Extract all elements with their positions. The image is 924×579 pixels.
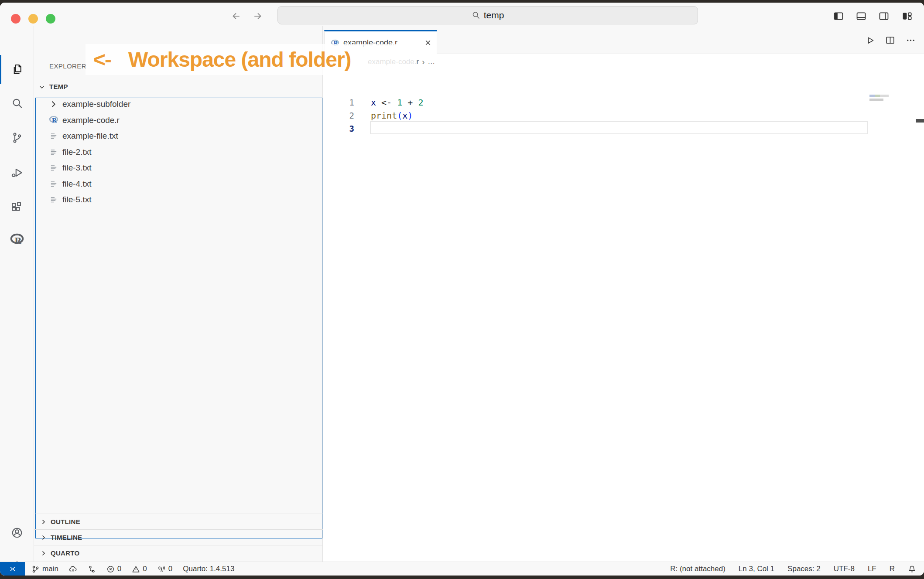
status-warnings[interactable]: 0 — [132, 565, 147, 573]
status-ports[interactable]: 0 — [157, 565, 172, 573]
run-file-icon[interactable] — [864, 35, 875, 46]
tree-item-example-file.txt[interactable]: example-file.txt — [36, 128, 322, 144]
status-publish-changes[interactable] — [69, 565, 77, 573]
activity-bar: R — [0, 26, 34, 562]
files-icon — [10, 63, 24, 76]
status-source-control-graph[interactable] — [88, 565, 96, 573]
code-token: x — [371, 97, 376, 108]
code-token: x — [402, 110, 407, 121]
overview-ruler-cursor-mark — [916, 119, 924, 123]
close-window-button[interactable] — [11, 14, 21, 24]
activity-item-explorer[interactable] — [0, 55, 34, 84]
tree-item-example-subfolder[interactable]: example-subfolder — [36, 96, 322, 112]
tree-item-file-2.txt[interactable]: file-2.txt — [36, 144, 322, 160]
status-branch[interactable]: main — [31, 565, 58, 573]
section-label: QUARTO — [51, 549, 80, 557]
status-cursor-position[interactable]: Ln 3, Col 1 — [739, 565, 774, 573]
status-label: 0 — [117, 565, 121, 573]
minimize-window-button[interactable] — [28, 14, 38, 24]
status-r-session-status[interactable]: R: (not attached) — [670, 565, 726, 573]
svg-text:R: R — [52, 116, 57, 123]
status-indentation[interactable]: Spaces: 2 — [787, 565, 821, 573]
chevron-right-icon — [40, 518, 47, 525]
activity-item-run-and-debug[interactable] — [0, 158, 34, 187]
split-editor-icon[interactable] — [885, 35, 896, 46]
code-line-2[interactable]: print(x) — [371, 109, 413, 122]
r-logo-icon: R — [10, 233, 24, 245]
breadcrumb-symbols[interactable]: … — [428, 58, 435, 66]
status-label: Quarto: 1.4.513 — [183, 565, 234, 573]
activity-item-r-tools[interactable]: R — [0, 225, 34, 254]
remote-indicator[interactable] — [0, 562, 25, 576]
search-icon — [472, 11, 480, 20]
section-outline[interactable]: OUTLINE — [34, 514, 322, 529]
section-label: TIMELINE — [51, 534, 82, 541]
status-label: R — [890, 565, 895, 573]
chevron-right-icon — [49, 99, 58, 109]
code-line-1[interactable]: x <- 1 + 2 — [371, 96, 423, 109]
remote-icon — [8, 565, 17, 572]
status-encoding[interactable]: UTF-8 — [834, 565, 855, 573]
status-language-mode[interactable]: R — [890, 565, 895, 573]
status-end-of-line[interactable]: LF — [868, 565, 876, 573]
status-label: 0 — [143, 565, 147, 573]
activity-item-source-control[interactable] — [0, 123, 34, 152]
minimap-line-2 — [869, 99, 883, 101]
current-line-highlight — [370, 121, 868, 134]
status-label: Spaces: 2 — [787, 565, 821, 573]
annotation-arrow: <- — [93, 48, 111, 72]
sidebar-title: EXPLORER — [49, 62, 86, 70]
status-notifications[interactable] — [908, 565, 916, 573]
workspace-section-header[interactable]: TEMP — [34, 79, 322, 95]
toggle-secondary-sidebar-icon[interactable] — [878, 10, 890, 22]
extensions-icon — [10, 201, 24, 214]
navigate-forward-button[interactable] — [252, 10, 264, 22]
status-label: LF — [868, 565, 876, 573]
tree-item-file-5.txt[interactable]: file-5.txt — [36, 192, 322, 208]
section-label: OUTLINE — [51, 518, 80, 525]
tree-item-example-code.r[interactable]: Rexample-code.r — [36, 112, 322, 128]
txt-file-icon — [49, 147, 58, 157]
txt-file-icon — [49, 163, 58, 173]
search-value: temp — [484, 10, 504, 20]
chevron-right-icon — [40, 550, 47, 557]
toggle-primary-sidebar-icon[interactable] — [833, 10, 844, 22]
more-actions-icon[interactable] — [905, 35, 916, 46]
code-token: + — [402, 97, 418, 108]
status-label: UTF-8 — [834, 565, 855, 573]
status-quarto-version[interactable]: Quarto: 1.4.513 — [183, 565, 234, 573]
activity-item-extensions[interactable] — [0, 193, 34, 222]
tree-item-label: example-subfolder — [62, 99, 130, 109]
code-token: ( — [397, 110, 402, 121]
txt-file-icon — [49, 179, 58, 189]
line-number-2: 2 — [323, 109, 354, 122]
toggle-panel-icon[interactable] — [856, 10, 867, 22]
section-quarto[interactable]: QUARTO — [34, 545, 322, 561]
tree-item-file-3.txt[interactable]: file-3.txt — [36, 160, 322, 176]
code-editor[interactable]: 1x <- 1 + 22print(x)3 — [323, 70, 924, 562]
line-number-1: 1 — [323, 96, 354, 109]
minimap-line-1 — [869, 95, 889, 97]
file-tree: example-subfolderRexample-code.rexample-… — [35, 98, 322, 538]
close-tab-icon[interactable] — [424, 38, 432, 47]
activity-item-search[interactable] — [0, 89, 34, 118]
tree-item-label: example-file.txt — [62, 131, 118, 141]
code-token: print — [371, 110, 397, 121]
navigate-back-button[interactable] — [230, 10, 242, 22]
status-label: R: (not attached) — [670, 565, 726, 573]
status-label: 0 — [168, 565, 172, 573]
tree-item-label: file-5.txt — [62, 195, 92, 204]
customize-layout-icon[interactable] — [901, 10, 913, 22]
zoom-window-button[interactable] — [46, 14, 55, 24]
section-timeline[interactable]: TIMELINE — [34, 529, 322, 545]
tree-item-file-4.txt[interactable]: file-4.txt — [36, 176, 322, 192]
breadcrumb-separator-icon: › — [422, 58, 424, 67]
command-center-search[interactable]: temp — [277, 6, 698, 24]
app-window: temp R EXPLORER ··· T — [0, 3, 924, 576]
tree-item-label: file-4.txt — [62, 179, 92, 189]
title-bar: temp — [0, 3, 924, 26]
tree-item-label: file-3.txt — [62, 163, 92, 173]
account-icon — [10, 526, 24, 539]
status-errors[interactable]: 0 — [106, 565, 121, 573]
activity-item-accounts[interactable] — [0, 518, 34, 547]
